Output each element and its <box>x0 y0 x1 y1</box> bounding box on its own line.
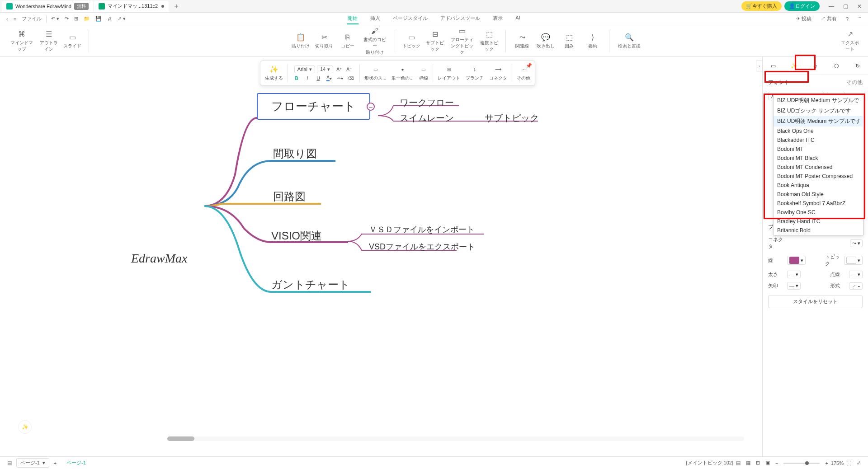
font-option[interactable]: Bodoni MT Poster Compressed <box>774 172 863 181</box>
paste-button[interactable]: 📋貼り付け <box>290 25 311 57</box>
format-painter-button[interactable]: 🖌書式のコピー貼り付け <box>360 25 389 57</box>
print-button[interactable]: 🖨 <box>104 16 115 22</box>
pin-icon[interactable]: 📌 <box>526 63 532 69</box>
underline-button[interactable]: U <box>314 74 322 82</box>
help-button[interactable]: ? <box>843 16 851 22</box>
font-option[interactable]: BIZ UDP明朝 Medium サンプルで <box>774 95 863 106</box>
style-select[interactable]: ⟋ ▾ <box>849 282 863 290</box>
login-button[interactable]: 👤 ログイン <box>784 1 820 11</box>
tab-insert[interactable]: 挿入 <box>369 13 381 24</box>
new-button[interactable]: ⊞ <box>71 16 81 22</box>
page-label[interactable]: ページ-1 <box>66 460 86 466</box>
open-button[interactable]: 📁 <box>81 16 93 22</box>
add-page-button[interactable]: + <box>51 460 59 466</box>
font-option[interactable]: Bookman Old Style <box>774 190 863 199</box>
font-option[interactable]: Bodoni MT Black <box>774 154 863 163</box>
multi-topic-button[interactable]: ⬚複数トピック <box>478 25 500 57</box>
share-button[interactable]: ↗ 共有 <box>818 15 840 22</box>
font-option[interactable]: Bodoni MT Condensed <box>774 163 863 172</box>
node-swimlane[interactable]: スイムレーン <box>400 112 454 124</box>
buy-button[interactable]: 🛒 今すぐ購入 <box>741 1 782 11</box>
find-replace-button[interactable]: 🔍検索と置換 <box>615 31 644 51</box>
node-workflow[interactable]: ワークフロー <box>400 97 454 109</box>
fullscreen-button[interactable]: ⤢ <box>854 460 863 466</box>
panel-tab-style[interactable]: ✨ <box>788 59 801 73</box>
other-link[interactable]: その他 <box>846 79 863 86</box>
page-select[interactable]: ページ-1▾ <box>16 458 49 468</box>
node-vsd-import[interactable]: ＶＳＤファイルをインポート <box>369 224 475 235</box>
view-mode-4[interactable]: ▣ <box>763 460 773 466</box>
font-color-button[interactable]: A▾ <box>325 74 333 82</box>
view-mode-2[interactable]: ▦ <box>743 460 753 466</box>
floating-topic-button[interactable]: ▭フローティングトピック <box>448 25 476 57</box>
zoom-slider[interactable] <box>783 463 820 464</box>
app-tab[interactable]: Wondershare EdrawMind 無料 <box>2 1 93 12</box>
fit-button[interactable]: ⛶ <box>844 460 854 466</box>
ai-generate-button[interactable]: ✨ 生成する <box>262 64 286 82</box>
cut-button[interactable]: ✂切り取り <box>313 25 335 57</box>
font-option[interactable]: Book Antiqua <box>774 181 863 190</box>
maximize-button[interactable]: ▢ <box>839 3 853 9</box>
copy-button[interactable]: ⎘コピー <box>337 25 359 57</box>
export-button[interactable]: ↗エクスポート <box>839 28 861 54</box>
zoom-value[interactable]: 175% <box>831 460 844 466</box>
tab-start[interactable]: 開始 <box>347 13 359 24</box>
outline-view-button[interactable]: ☰アウトライン <box>38 28 60 54</box>
font-option[interactable]: Bookshelf Symbol 7 AaBbzZ <box>774 199 863 208</box>
panel-tab-page[interactable]: ▭ <box>766 59 780 73</box>
zoom-thumb[interactable] <box>805 461 809 465</box>
h-scroll-thumb[interactable] <box>167 436 194 441</box>
font-select[interactable]: Arial ▾ <box>294 66 315 73</box>
collapse-ribbon-button[interactable]: ⌃ <box>855 16 864 22</box>
node-floorplan[interactable]: 間取り図 <box>273 146 317 161</box>
h-scrollbar[interactable] <box>167 436 744 441</box>
view-mode-1[interactable]: ▤ <box>733 460 743 466</box>
collapse-handle-icon[interactable]: – <box>367 103 375 111</box>
panel-tab-theme[interactable]: ☺ <box>808 59 822 73</box>
collapse-panel-button[interactable]: › <box>756 61 762 71</box>
view-mode-3[interactable]: ⊞ <box>753 460 763 466</box>
panel-tab-history[interactable]: ↻ <box>851 59 864 73</box>
branch-button[interactable]: ⤵ブランチ <box>463 64 486 82</box>
back-button[interactable]: ‹ <box>4 16 11 22</box>
font-option[interactable]: BIZ UDゴシック サンプルです <box>774 106 863 116</box>
file-menu[interactable]: ファイル <box>19 15 44 22</box>
node-visio[interactable]: VISIO関連 <box>271 229 322 243</box>
border-button[interactable]: ▭枠線 <box>416 64 431 82</box>
post-button[interactable]: ✈ 投稿 <box>793 15 814 22</box>
minimize-button[interactable]: — <box>824 3 839 9</box>
line-color-select[interactable]: ▾ <box>787 256 806 265</box>
connector-button[interactable]: ⟶コネクタ <box>486 64 510 82</box>
zoom-in-button[interactable]: + <box>822 460 830 466</box>
subtopic-button[interactable]: ⊟サブトピック <box>424 25 446 57</box>
font-option[interactable]: Blackadder ITC <box>774 136 863 145</box>
fill-color-button[interactable]: ●単一色の... <box>389 64 416 82</box>
node-subtopic[interactable]: サブトピック <box>485 112 539 124</box>
relation-button[interactable]: ⤳関連線 <box>511 31 533 51</box>
zoom-out-button[interactable]: − <box>773 460 781 466</box>
dash-select[interactable]: — ▾ <box>849 271 863 278</box>
summary-button[interactable]: ⟩要約 <box>582 31 604 51</box>
reset-style-button[interactable]: スタイルをリセット <box>768 295 863 308</box>
menu-button[interactable]: ≡ <box>11 16 19 22</box>
font-option[interactable]: Britannic Bold <box>774 226 863 235</box>
node-vsd-export[interactable]: VSDファイルをエクスポート <box>369 241 475 252</box>
selected-node[interactable]: フローチャート – <box>257 93 370 120</box>
topic-color-select[interactable]: ▾ <box>844 256 863 265</box>
undo-button[interactable]: ↶ ▾ <box>48 16 62 22</box>
export-quick-button[interactable]: ↗ ▾ <box>115 16 128 22</box>
arrow-select[interactable]: — ▾ <box>787 282 801 290</box>
ai-fab-button[interactable]: ✨ <box>18 420 32 434</box>
node-circuit[interactable]: 回路図 <box>273 189 306 204</box>
save-button[interactable]: 💾 <box>93 16 104 22</box>
font-option[interactable]: Bradley Hand ITC <box>774 217 863 226</box>
font-dropdown[interactable]: BIZ UDP明朝 Medium サンプルでBIZ UDゴシック サンプルですB… <box>773 95 863 235</box>
new-tab-button[interactable]: + <box>170 2 183 10</box>
shape-style-button[interactable]: ▭形状のス... <box>362 64 389 82</box>
document-tab[interactable]: マインドマッ...1311c2 <box>94 1 169 12</box>
font-option[interactable]: Bowlby One SC <box>774 208 863 217</box>
mindmap-view-button[interactable]: ⌘マインドマップ <box>7 28 36 54</box>
bold-button[interactable]: B <box>292 74 301 82</box>
close-button[interactable]: ✕ <box>853 3 866 9</box>
font-option[interactable]: Bodoni MT <box>774 145 863 154</box>
